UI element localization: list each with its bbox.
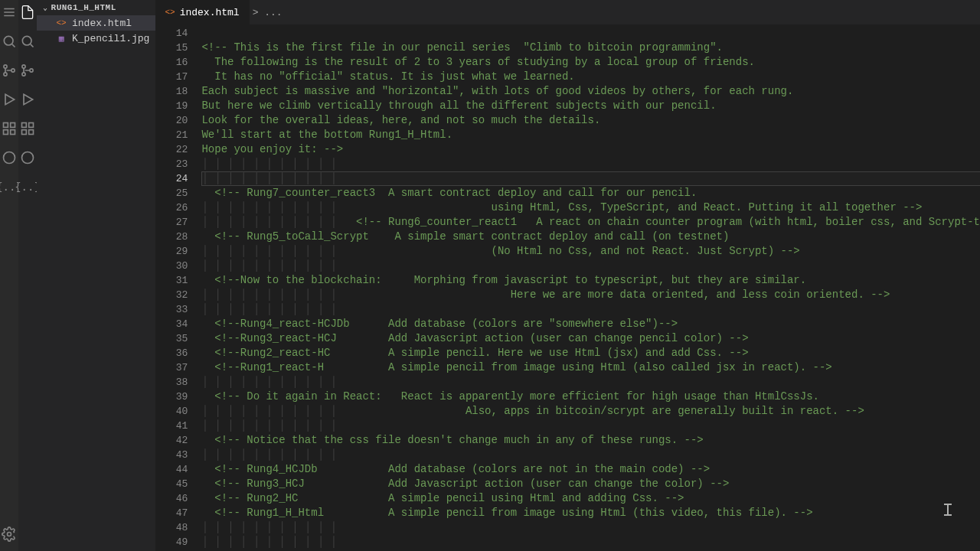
image-file-icon: ▦: [55, 32, 67, 44]
menu-icon[interactable]: [0, 3, 18, 21]
extensions-secondary-icon[interactable]: [18, 119, 37, 138]
editor-body[interactable]: 1415161718192021222324252627282930313233…: [155, 24, 980, 551]
code-content[interactable]: <!-- This is the first file in our penci…: [201, 24, 980, 551]
search-secondary-icon[interactable]: [18, 32, 37, 51]
svg-rect-21: [22, 123, 27, 128]
svg-point-25: [22, 152, 34, 164]
extensions-icon[interactable]: [0, 119, 18, 138]
file-name: index.html: [72, 18, 132, 29]
svg-point-17: [22, 65, 25, 68]
file-item-index[interactable]: <> index.html: [37, 15, 155, 31]
svg-point-6: [4, 73, 7, 76]
svg-point-15: [22, 36, 31, 45]
svg-point-18: [22, 73, 25, 76]
svg-rect-24: [22, 130, 27, 135]
svg-point-7: [11, 69, 15, 72]
debug-secondary-icon[interactable]: [18, 90, 37, 109]
source-control-secondary-icon[interactable]: [18, 61, 37, 80]
tab-bar: <> index.html > ...: [155, 0, 980, 24]
svg-rect-12: [4, 130, 8, 135]
svg-rect-22: [29, 123, 34, 128]
svg-marker-20: [24, 94, 33, 104]
explorer-sidebar: ⌄ RUNG1_H_HTML <> index.html ▦ K_pencil1…: [37, 0, 155, 551]
editor-tab[interactable]: <> index.html: [155, 0, 249, 24]
activity-bar-primary: {..}: [0, 0, 18, 551]
folder-header[interactable]: ⌄ RUNG1_H_HTML: [37, 0, 155, 15]
chevron-down-icon: ⌄: [43, 3, 48, 12]
scrypt-icon[interactable]: [0, 148, 18, 167]
svg-rect-23: [29, 130, 34, 135]
folder-name: RUNG1_H_HTML: [51, 3, 116, 12]
activity-bar-secondary: {..}: [18, 0, 37, 551]
json-secondary-icon[interactable]: {..}: [18, 178, 37, 196]
debug-icon[interactable]: [0, 90, 18, 109]
file-item-image[interactable]: ▦ K_pencil1.jpg: [37, 31, 155, 46]
scrypt-secondary-icon[interactable]: [18, 148, 37, 167]
svg-rect-11: [11, 130, 15, 135]
tab-label: index.html: [180, 7, 240, 18]
svg-point-14: [8, 533, 11, 536]
svg-point-19: [30, 69, 33, 72]
svg-point-5: [4, 65, 7, 68]
html-file-icon: <>: [55, 17, 67, 29]
line-number-gutter: 1415161718192021222324252627282930313233…: [155, 24, 201, 551]
svg-line-4: [12, 44, 15, 47]
file-name: K_pencil1.jpg: [72, 33, 149, 44]
svg-point-13: [4, 152, 15, 164]
search-icon[interactable]: [0, 32, 18, 51]
explorer-icon[interactable]: [18, 3, 37, 21]
breadcrumb[interactable]: > ...: [250, 7, 283, 18]
html-file-icon: <>: [165, 8, 175, 17]
source-control-icon[interactable]: [0, 61, 18, 80]
svg-point-3: [4, 36, 13, 45]
settings-icon[interactable]: [0, 525, 18, 543]
editor-area: <> index.html > ... 14151617181920212223…: [155, 0, 980, 551]
svg-rect-9: [4, 123, 8, 128]
text-cursor: [947, 504, 949, 516]
svg-rect-10: [11, 123, 15, 128]
svg-line-16: [31, 44, 34, 47]
svg-marker-8: [5, 94, 15, 104]
